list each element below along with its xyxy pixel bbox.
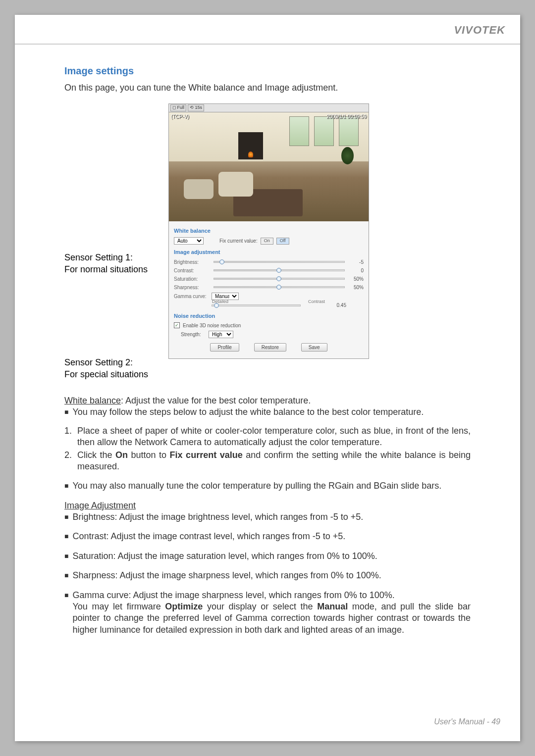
sharpness-value: 50% bbox=[350, 284, 364, 291]
ia-bullet-3: Saturation: Adjust the image saturation … bbox=[72, 551, 471, 562]
setting1-title: Sensor Setting 1: bbox=[64, 252, 168, 263]
gamma-value: 0.45 bbox=[332, 302, 346, 308]
bullet-icon: ■ bbox=[64, 590, 68, 601]
saturation-label: Saturation: bbox=[174, 276, 209, 282]
bullet-icon: ■ bbox=[64, 480, 68, 491]
strength-select[interactable]: High bbox=[209, 331, 233, 338]
form-body: White balance Auto Fix current value: On… bbox=[169, 221, 369, 358]
sharpness-slider[interactable] bbox=[214, 286, 345, 288]
video-preview: (TCP-V) 2000/1/1 00:09:59 bbox=[169, 112, 369, 221]
brightness-value: -5 bbox=[350, 259, 364, 265]
num-1: 1. bbox=[64, 425, 74, 449]
setting2-title: Sensor Setting 2: bbox=[64, 357, 168, 368]
settings-panel: ◻ Full ⟲ 15s (TCP-V) 2000/1/1 00:09:59 bbox=[168, 103, 369, 359]
ia-bullet-4: Sharpness: Adjust the image sharpness le… bbox=[72, 570, 471, 581]
saturation-row: Saturation: 50% bbox=[174, 275, 364, 283]
profile-button[interactable]: Profile bbox=[210, 343, 239, 352]
saturation-slider[interactable] bbox=[214, 278, 345, 280]
gamma-right-label: Contrast bbox=[308, 299, 325, 305]
contrast-row: Contrast: 0 bbox=[174, 266, 364, 275]
contrast-value: 0 bbox=[350, 267, 364, 274]
gamma-slider[interactable]: Detailed Contrast bbox=[212, 304, 301, 306]
ia-bullet-2: Contrast: Adjust the image contrast leve… bbox=[72, 531, 471, 542]
enable-3dnr-label: Enable 3D noise reduction bbox=[183, 322, 241, 329]
tool-button[interactable]: ⟲ 15s bbox=[188, 104, 204, 111]
sharpness-label: Sharpness: bbox=[174, 284, 209, 291]
brand-logo: VIVOTEK bbox=[454, 24, 505, 37]
bullet-icon: ■ bbox=[64, 406, 68, 417]
manual-page: VIVOTEK Image settings On this page, you… bbox=[15, 15, 520, 741]
bullet-icon: ■ bbox=[64, 531, 68, 542]
section-intro: On this page, you can tune the White bal… bbox=[64, 82, 471, 94]
ol-2: Click the On button to Fix current value… bbox=[77, 450, 471, 473]
whitebalance-title: White balance bbox=[174, 227, 364, 234]
contrast-slider[interactable] bbox=[214, 269, 345, 271]
sharpness-row: Sharpness: 50% bbox=[174, 283, 364, 292]
gamma-bullet: Gamma curve: Adjust the image sharpness … bbox=[72, 590, 471, 636]
page-content: Image settings On this page, you can tun… bbox=[15, 45, 520, 636]
wb-bullet-1: You may follow the steps below to adjust… bbox=[72, 406, 471, 418]
bullet-icon: ■ bbox=[64, 551, 68, 561]
bullet-icon: ■ bbox=[64, 511, 68, 522]
bullet-icon: ■ bbox=[64, 570, 68, 581]
sidebar-labels: Sensor Setting 1: For normal situations … bbox=[64, 103, 168, 380]
screenshot-row: Sensor Setting 1: For normal situations … bbox=[64, 103, 471, 380]
wb-bullet-2: You may also manually tune the color tem… bbox=[72, 480, 471, 492]
setting2-desc: For special situations bbox=[64, 369, 168, 380]
wb-heading-rest: : Adjust the value for the best color te… bbox=[121, 396, 311, 405]
ia-bullet-1: Brightness: Adjust the image brightness … bbox=[72, 511, 471, 523]
brightness-slider[interactable] bbox=[214, 261, 345, 263]
page-footer: User's Manual - 49 bbox=[434, 717, 500, 726]
tool-button[interactable]: ◻ Full bbox=[170, 104, 186, 111]
save-button[interactable]: Save bbox=[301, 343, 327, 352]
ia-heading: Image Adjustment bbox=[64, 501, 136, 510]
enable-3dnr-checkbox[interactable]: ✓ bbox=[174, 322, 180, 328]
setting1-desc: For normal situations bbox=[64, 264, 168, 275]
button-row: Profile Restore Save bbox=[174, 339, 364, 353]
fix-label: Fix current value: bbox=[219, 238, 258, 244]
restore-button[interactable]: Restore bbox=[254, 343, 286, 352]
body-text: White balance: Adjust the value for the … bbox=[64, 395, 471, 636]
wb-heading: White balance bbox=[64, 396, 121, 405]
wb-off-button[interactable]: Off bbox=[276, 238, 289, 245]
brightness-row: Brightness: -5 bbox=[174, 258, 364, 266]
ol-1: Place a sheet of paper of white or coole… bbox=[77, 425, 471, 449]
brightness-label: Brightness: bbox=[174, 259, 209, 265]
contrast-label: Contrast: bbox=[174, 267, 209, 274]
osd-timestamp: 2000/1/1 00:09:59 bbox=[326, 113, 367, 120]
wb-on-button[interactable]: On bbox=[261, 238, 273, 245]
strength-label: Strength: bbox=[181, 331, 206, 338]
wb-mode-select[interactable]: Auto bbox=[174, 237, 204, 245]
osd-label: (TCP-V) bbox=[171, 113, 189, 120]
header-bar: VIVOTEK bbox=[15, 15, 520, 45]
noise-title: Noise reduction bbox=[174, 312, 364, 319]
section-title: Image settings bbox=[64, 64, 471, 77]
num-2: 2. bbox=[64, 450, 74, 473]
gamma-label: Gamma curve: bbox=[174, 293, 209, 300]
saturation-value: 50% bbox=[350, 276, 364, 282]
imageadj-title: Image adjustment bbox=[174, 249, 364, 255]
gamma-row: Gamma curve: Manual bbox=[174, 292, 364, 301]
panel-toolbar: ◻ Full ⟲ 15s bbox=[169, 104, 369, 112]
